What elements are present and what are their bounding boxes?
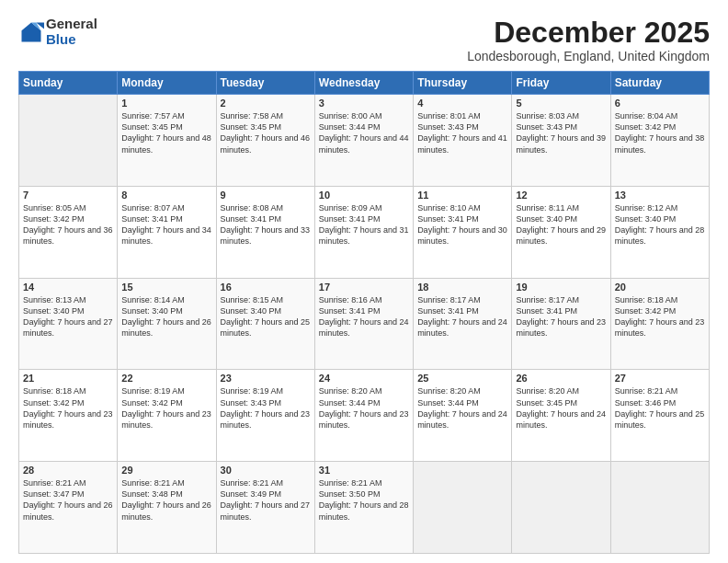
sunset-text: Sunset: 3:50 PM — [319, 488, 409, 500]
daylight-text: Daylight: 7 hours and 30 minutes. — [417, 224, 507, 247]
sunset-text: Sunset: 3:44 PM — [319, 121, 409, 132]
sunset-text: Sunset: 3:44 PM — [319, 397, 409, 408]
daylight-text: Daylight: 7 hours and 23 minutes. — [23, 408, 113, 431]
svg-marker-0 — [22, 22, 41, 41]
daylight-text: Daylight: 7 hours and 28 minutes. — [319, 500, 409, 522]
day-info: Sunrise: 8:04 AMSunset: 3:42 PMDaylight:… — [615, 110, 705, 155]
sunset-text: Sunset: 3:40 PM — [221, 305, 311, 316]
sunrise-text: Sunrise: 8:15 AM — [221, 294, 311, 305]
table-cell: 6Sunrise: 8:04 AMSunset: 3:42 PMDaylight… — [610, 95, 709, 187]
sunset-text: Sunset: 3:42 PM — [615, 121, 705, 132]
table-cell: 21Sunrise: 8:18 AMSunset: 3:42 PMDayligh… — [19, 370, 118, 462]
sunset-text: Sunset: 3:42 PM — [23, 397, 113, 408]
sunrise-text: Sunrise: 8:19 AM — [221, 385, 311, 396]
sunrise-text: Sunrise: 8:21 AM — [23, 477, 113, 488]
sunrise-text: Sunrise: 8:16 AM — [319, 294, 409, 305]
daylight-text: Daylight: 7 hours and 44 minutes. — [319, 132, 409, 155]
daylight-text: Daylight: 7 hours and 23 minutes. — [121, 408, 211, 431]
day-info: Sunrise: 8:13 AMSunset: 3:40 PMDaylight:… — [23, 294, 113, 339]
week-row-4: 28Sunrise: 8:21 AMSunset: 3:47 PMDayligh… — [19, 462, 710, 554]
daylight-text: Daylight: 7 hours and 26 minutes. — [121, 316, 211, 339]
table-cell: 5Sunrise: 8:03 AMSunset: 3:43 PMDaylight… — [512, 95, 610, 187]
daylight-text: Daylight: 7 hours and 28 minutes. — [615, 224, 705, 247]
sunrise-text: Sunrise: 8:21 AM — [121, 477, 211, 488]
day-number: 18 — [417, 282, 507, 293]
day-number: 28 — [23, 465, 113, 476]
day-number: 26 — [516, 373, 606, 384]
day-info: Sunrise: 8:21 AMSunset: 3:47 PMDaylight:… — [23, 477, 113, 523]
week-row-0: 1Sunrise: 7:57 AMSunset: 3:45 PMDaylight… — [19, 95, 710, 187]
table-cell: 15Sunrise: 8:14 AMSunset: 3:40 PMDayligh… — [118, 278, 216, 370]
day-info: Sunrise: 8:17 AMSunset: 3:41 PMDaylight:… — [417, 294, 507, 339]
logo-text: General Blue — [46, 17, 97, 47]
day-number: 9 — [221, 190, 311, 201]
day-info: Sunrise: 7:58 AMSunset: 3:45 PMDaylight:… — [221, 110, 311, 155]
sunset-text: Sunset: 3:43 PM — [516, 121, 606, 132]
sunrise-text: Sunrise: 8:17 AM — [417, 294, 507, 305]
daylight-text: Daylight: 7 hours and 39 minutes. — [516, 132, 606, 155]
sunset-text: Sunset: 3:40 PM — [23, 305, 113, 316]
day-number: 7 — [23, 190, 113, 201]
sunrise-text: Sunrise: 8:00 AM — [319, 110, 409, 121]
day-number: 16 — [221, 282, 311, 293]
day-number: 21 — [23, 373, 113, 384]
sunrise-text: Sunrise: 8:12 AM — [615, 202, 705, 213]
day-number: 17 — [319, 282, 409, 293]
sunrise-text: Sunrise: 8:09 AM — [319, 202, 409, 213]
sunset-text: Sunset: 3:43 PM — [417, 121, 507, 132]
day-info: Sunrise: 8:15 AMSunset: 3:40 PMDaylight:… — [221, 294, 311, 339]
sunrise-text: Sunrise: 8:04 AM — [615, 110, 705, 121]
sunset-text: Sunset: 3:40 PM — [516, 213, 606, 224]
daylight-text: Daylight: 7 hours and 27 minutes. — [23, 316, 113, 339]
day-info: Sunrise: 8:14 AMSunset: 3:40 PMDaylight:… — [121, 294, 211, 339]
daylight-text: Daylight: 7 hours and 26 minutes. — [121, 500, 211, 522]
day-number: 14 — [23, 282, 113, 293]
sunset-text: Sunset: 3:48 PM — [121, 488, 211, 500]
day-info: Sunrise: 8:17 AMSunset: 3:41 PMDaylight:… — [516, 294, 606, 339]
table-cell — [414, 462, 512, 554]
sunrise-text: Sunrise: 7:58 AM — [221, 110, 311, 121]
sunset-text: Sunset: 3:45 PM — [121, 121, 211, 132]
header-sunday: Sunday — [19, 72, 118, 95]
day-number: 1 — [121, 98, 211, 109]
daylight-text: Daylight: 7 hours and 27 minutes. — [221, 500, 311, 522]
table-cell — [512, 462, 610, 554]
table-cell: 24Sunrise: 8:20 AMSunset: 3:44 PMDayligh… — [314, 370, 413, 462]
day-number: 20 — [615, 282, 705, 293]
daylight-text: Daylight: 7 hours and 31 minutes. — [319, 224, 409, 247]
table-cell: 13Sunrise: 8:12 AMSunset: 3:40 PMDayligh… — [610, 186, 709, 278]
daylight-text: Daylight: 7 hours and 26 minutes. — [23, 500, 113, 522]
table-cell: 12Sunrise: 8:11 AMSunset: 3:40 PMDayligh… — [512, 186, 610, 278]
day-info: Sunrise: 8:10 AMSunset: 3:41 PMDaylight:… — [417, 202, 507, 247]
table-cell: 26Sunrise: 8:20 AMSunset: 3:45 PMDayligh… — [512, 370, 610, 462]
daylight-text: Daylight: 7 hours and 46 minutes. — [221, 132, 311, 155]
sunrise-text: Sunrise: 8:14 AM — [121, 294, 211, 305]
sunrise-text: Sunrise: 8:18 AM — [615, 294, 705, 305]
daylight-text: Daylight: 7 hours and 48 minutes. — [121, 132, 211, 155]
header-tuesday: Tuesday — [216, 72, 314, 95]
day-number: 19 — [516, 282, 606, 293]
sunset-text: Sunset: 3:43 PM — [221, 397, 311, 408]
table-cell: 11Sunrise: 8:10 AMSunset: 3:41 PMDayligh… — [414, 186, 512, 278]
sunrise-text: Sunrise: 8:21 AM — [319, 477, 409, 488]
daylight-text: Daylight: 7 hours and 36 minutes. — [23, 224, 113, 247]
table-cell: 29Sunrise: 8:21 AMSunset: 3:48 PMDayligh… — [118, 462, 216, 554]
calendar-table: Sunday Monday Tuesday Wednesday Thursday… — [18, 71, 710, 554]
daylight-text: Daylight: 7 hours and 24 minutes. — [417, 408, 507, 431]
table-cell: 31Sunrise: 8:21 AMSunset: 3:50 PMDayligh… — [314, 462, 413, 554]
day-number: 22 — [121, 373, 211, 384]
sunrise-text: Sunrise: 8:21 AM — [221, 477, 311, 488]
table-cell: 14Sunrise: 8:13 AMSunset: 3:40 PMDayligh… — [19, 278, 118, 370]
table-cell: 7Sunrise: 8:05 AMSunset: 3:42 PMDaylight… — [19, 186, 118, 278]
day-number: 25 — [417, 373, 507, 384]
month-title: December 2025 — [467, 17, 710, 49]
day-info: Sunrise: 8:16 AMSunset: 3:41 PMDaylight:… — [319, 294, 409, 339]
day-info: Sunrise: 8:21 AMSunset: 3:46 PMDaylight:… — [615, 385, 705, 431]
sunset-text: Sunset: 3:47 PM — [23, 488, 113, 500]
table-cell: 30Sunrise: 8:21 AMSunset: 3:49 PMDayligh… — [216, 462, 314, 554]
sunrise-text: Sunrise: 8:07 AM — [121, 202, 211, 213]
day-info: Sunrise: 8:21 AMSunset: 3:49 PMDaylight:… — [221, 477, 311, 523]
day-number: 6 — [615, 98, 705, 109]
header-saturday: Saturday — [610, 72, 709, 95]
day-number: 13 — [615, 190, 705, 201]
